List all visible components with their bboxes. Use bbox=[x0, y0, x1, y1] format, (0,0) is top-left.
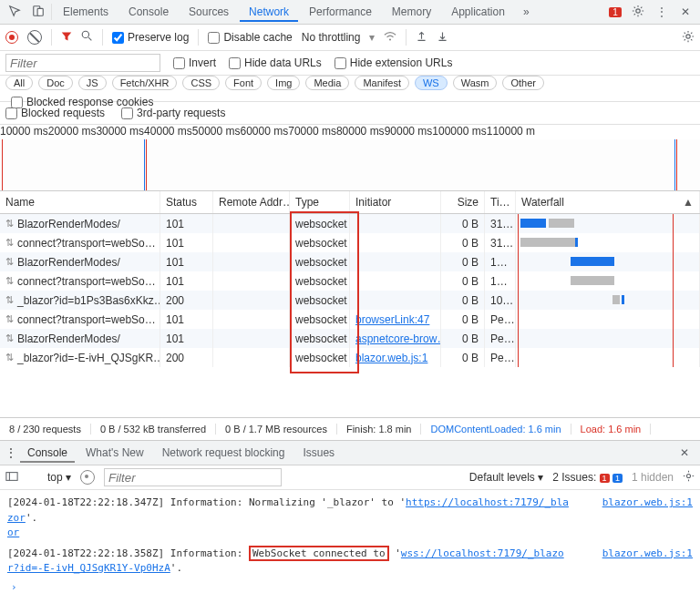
network-settings-gear-icon[interactable] bbox=[682, 30, 695, 46]
filter-row: Invert Hide data URLs Hide extension URL… bbox=[0, 51, 700, 76]
type-pill-wasm[interactable]: Wasm bbox=[453, 76, 498, 90]
main-tab-performance[interactable]: Performance bbox=[300, 2, 381, 22]
console-sidebar-icon[interactable] bbox=[5, 471, 18, 485]
invert-checkbox[interactable]: Invert bbox=[173, 56, 216, 69]
drawer-tab-issues[interactable]: Issues bbox=[295, 443, 342, 463]
close-drawer-icon[interactable]: ✕ bbox=[674, 446, 695, 459]
console-log-line: [2024-01-18T22:22:18.358Z] Information: … bbox=[7, 547, 569, 577]
error-indicator[interactable]: 1 bbox=[603, 5, 625, 18]
console-prompt[interactable]: › bbox=[7, 577, 693, 594]
blocked-requests-checkbox[interactable]: Blocked requests bbox=[5, 107, 105, 119]
type-pill-manifest[interactable]: Manifest bbox=[355, 76, 409, 90]
type-pill-doc[interactable]: Doc bbox=[38, 76, 73, 90]
type-pill-fetchxhr[interactable]: Fetch/XHR bbox=[112, 76, 178, 90]
download-har-icon[interactable] bbox=[437, 30, 448, 45]
console-source-link[interactable]: blazor.web.js:1 bbox=[602, 547, 693, 559]
table-row[interactable]: ⇅_blazor?id=-E-ivH_QJSgKR…200websocketbl… bbox=[0, 348, 700, 367]
websocket-connected-highlight: WebSocket connected to bbox=[249, 546, 389, 561]
settings-gear-icon[interactable] bbox=[627, 5, 649, 20]
drawer-tab-console[interactable]: Console bbox=[20, 443, 75, 463]
console-toolbar: top ▾ Default levels ▾ 2 Issues: 1 1 1 h… bbox=[0, 465, 700, 490]
wifi-icon[interactable] bbox=[384, 31, 396, 45]
context-select[interactable]: top ▾ bbox=[47, 471, 71, 484]
upload-har-icon[interactable] bbox=[416, 30, 427, 45]
summary-resources: 0 B / 1.7 MB resources bbox=[216, 424, 337, 435]
more-tabs-icon[interactable]: » bbox=[516, 5, 537, 18]
type-pill-js[interactable]: JS bbox=[78, 76, 107, 90]
table-header[interactable]: Name Status Remote Addr… Type Initiator … bbox=[0, 191, 700, 214]
table-row[interactable]: ⇅BlazorRenderModes/101websocket0 B31… bbox=[0, 214, 700, 233]
table-row[interactable]: ⇅connect?transport=webSo…101websocket0 B… bbox=[0, 271, 700, 291]
main-tab-elements[interactable]: Elements bbox=[54, 2, 118, 22]
main-tab-console[interactable]: Console bbox=[119, 2, 178, 22]
main-tab-network[interactable]: Network bbox=[240, 2, 298, 22]
main-tab-memory[interactable]: Memory bbox=[383, 2, 440, 22]
col-status: Status bbox=[160, 191, 213, 213]
summary-requests: 8 / 230 requests bbox=[0, 424, 91, 435]
console-source-link[interactable]: blazor.web.js:1 bbox=[602, 496, 693, 508]
hide-data-urls-checkbox[interactable]: Hide data URLs bbox=[229, 56, 322, 69]
network-summary-bar: 8 / 230 requests 0 B / 532 kB transferre… bbox=[0, 418, 700, 441]
timeline-tick: 110000 m bbox=[487, 125, 535, 138]
summary-load: Load: 1.6 min bbox=[571, 424, 652, 435]
issues-indicator[interactable]: 2 Issues: 1 1 bbox=[552, 471, 623, 484]
hidden-count: 1 hidden bbox=[632, 471, 674, 484]
drawer-tabs: ⋮ ConsoleWhat's NewNetwork request block… bbox=[0, 441, 700, 465]
clear-button[interactable] bbox=[27, 30, 42, 45]
network-filter-input[interactable] bbox=[5, 54, 160, 72]
col-initiator: Initiator bbox=[350, 191, 441, 213]
live-expression-icon[interactable] bbox=[80, 470, 95, 485]
type-pill-font[interactable]: Font bbox=[225, 76, 262, 90]
drawer-tab-what-s-new[interactable]: What's New bbox=[78, 443, 151, 463]
timeline-tick: 80000 ms bbox=[336, 125, 385, 138]
col-size: Size bbox=[441, 191, 485, 213]
console-settings-gear-icon[interactable] bbox=[683, 470, 695, 485]
type-pill-img[interactable]: Img bbox=[267, 76, 300, 90]
drawer-menu-icon[interactable]: ⋮ bbox=[5, 446, 16, 459]
initiator-link[interactable]: blazor.web.js:1 bbox=[355, 352, 427, 364]
type-pill-ws[interactable]: WS bbox=[415, 76, 448, 90]
table-row[interactable]: ⇅BlazorRenderModes/101websocket0 B1… bbox=[0, 252, 700, 271]
initiator-link[interactable]: browserLink:47 bbox=[355, 313, 429, 326]
devtools-main-tabs: ElementsConsoleSourcesNetworkPerformance… bbox=[0, 0, 700, 25]
throttling-select[interactable]: No throttling bbox=[302, 31, 361, 44]
timeline-tick: 90000 ms bbox=[385, 125, 433, 138]
timeline-tick: 60000 ms bbox=[241, 125, 289, 138]
console-log-line: [2024-01-18T22:22:18.347Z] Information: … bbox=[7, 496, 569, 526]
inspect-icon[interactable] bbox=[4, 5, 26, 20]
filter-toggle-icon[interactable] bbox=[61, 31, 72, 45]
console-filter-input[interactable] bbox=[104, 468, 282, 486]
table-row[interactable]: ⇅connect?transport=webSo…101websocket0 B… bbox=[0, 233, 700, 252]
main-tab-sources[interactable]: Sources bbox=[180, 2, 238, 22]
svg-rect-7 bbox=[6, 472, 17, 480]
disable-cache-checkbox[interactable]: Disable cache bbox=[208, 31, 292, 44]
col-remote: Remote Addr… bbox=[213, 191, 290, 213]
console-clear-button[interactable] bbox=[27, 472, 38, 483]
device-toggle-icon[interactable] bbox=[27, 5, 49, 20]
timeline-tick: 100000 ms bbox=[432, 125, 486, 138]
timeline-overview[interactable]: 10000 ms20000 ms30000 ms40000 ms50000 ms… bbox=[0, 125, 700, 191]
table-row[interactable]: ⇅connect?transport=webSo…101websocketbro… bbox=[0, 310, 700, 329]
svg-point-6 bbox=[686, 34, 690, 37]
type-pill-all[interactable]: All bbox=[5, 76, 33, 90]
col-name: Name bbox=[0, 191, 160, 213]
close-devtools-icon[interactable]: ✕ bbox=[674, 5, 696, 18]
hide-extension-urls-checkbox[interactable]: Hide extension URLs bbox=[335, 56, 453, 69]
levels-select[interactable]: Default levels ▾ bbox=[469, 471, 543, 484]
console-link[interactable]: or bbox=[7, 527, 19, 538]
type-pill-media[interactable]: Media bbox=[305, 76, 349, 90]
type-pill-css[interactable]: CSS bbox=[182, 76, 220, 90]
timeline-tick: 40000 ms bbox=[144, 125, 192, 138]
initiator-link[interactable]: aspnetcore-brow… bbox=[355, 332, 441, 345]
timeline-tick: 70000 ms bbox=[288, 125, 336, 138]
drawer-tab-network-request-blocking[interactable]: Network request blocking bbox=[155, 443, 293, 463]
search-icon[interactable] bbox=[81, 30, 93, 45]
preserve-log-checkbox[interactable]: Preserve log bbox=[112, 31, 189, 44]
third-party-checkbox[interactable]: 3rd-party requests bbox=[121, 107, 225, 119]
table-row[interactable]: ⇅BlazorRenderModes/101websocketaspnetcor… bbox=[0, 329, 700, 348]
table-row[interactable]: ⇅_blazor?id=b1Ps3Bas6xKkz…200websocket0 … bbox=[0, 291, 700, 310]
main-tab-application[interactable]: Application bbox=[442, 2, 514, 22]
type-pill-other[interactable]: Other bbox=[502, 76, 544, 90]
record-button[interactable] bbox=[5, 31, 18, 44]
kebab-menu-icon[interactable]: ⋮ bbox=[651, 5, 673, 18]
